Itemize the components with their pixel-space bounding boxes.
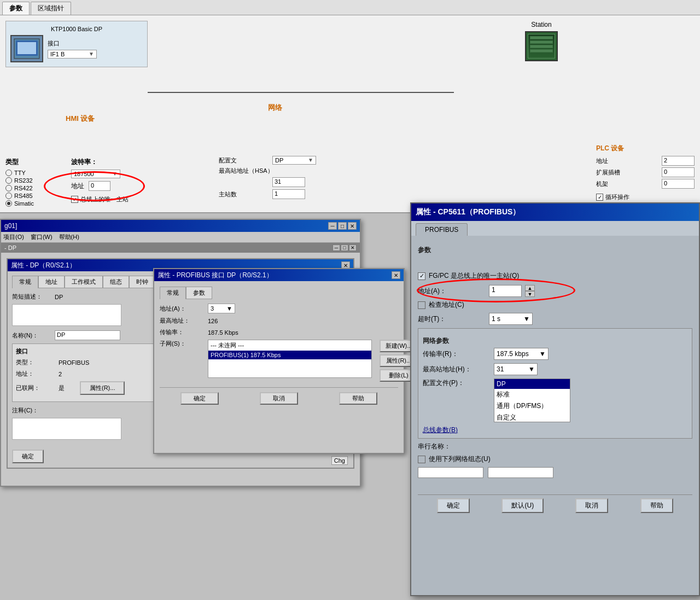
cp5611-default-button[interactable]: 默认(U) bbox=[501, 498, 544, 513]
dp-tab-workmode[interactable]: 工作模式 bbox=[65, 276, 103, 288]
dp-second-titlebar: - DP ─ □ ✕ bbox=[1, 243, 360, 253]
cp-addr-input[interactable]: 1 bbox=[489, 285, 522, 297]
cp5611-ok-button[interactable]: 确定 bbox=[437, 498, 470, 513]
plc-expand-label: 扩展插槽 bbox=[596, 168, 620, 177]
profibus-subnet-list[interactable]: --- 未连网 --- PROFIBUS(1) 187.5 Kbps bbox=[208, 340, 372, 378]
dp-tab-clock[interactable]: 时钟 bbox=[129, 276, 155, 288]
close-button[interactable]: ✕ bbox=[348, 222, 357, 230]
plc-addr-input[interactable]: 2 bbox=[662, 156, 695, 166]
cp-timeout-select[interactable]: 1 s ▼ bbox=[489, 313, 533, 325]
profibus-tab-params[interactable]: 参数 bbox=[186, 287, 212, 299]
profibus-ok-button[interactable]: 确定 bbox=[180, 392, 219, 405]
cp-timeout-label: 超时(T)： bbox=[418, 314, 489, 324]
profibus-subnet-label: 子网(S)： bbox=[160, 340, 203, 348]
cp-use-serial-row: 使用下列网络组态(U) bbox=[418, 455, 692, 464]
net-config-label: 配置文 bbox=[219, 156, 268, 165]
top-area: 参数 区域指针 KTP1000 Basic DP 接口 IF bbox=[0, 0, 700, 213]
profibus-tab-general[interactable]: 常规 bbox=[160, 287, 186, 299]
profibus-maxaddr-row: 最高地址： 126 bbox=[160, 317, 398, 325]
cp-params-title: 参数 bbox=[418, 246, 692, 255]
dp-tab-general[interactable]: 常规 bbox=[12, 276, 38, 288]
cp-timeout-row: 超时(T)： 1 s ▼ bbox=[418, 313, 692, 325]
baudrate-select[interactable]: 187500 ▼ bbox=[71, 170, 120, 178]
dialog-cp5611: 属性 - CP5611（PROFIBUS） PROFIBUS 参数 ✓ FG/P… bbox=[410, 202, 700, 596]
subnet-item-unconnected[interactable]: --- 未连网 --- bbox=[208, 340, 371, 351]
subnet-item-profibus[interactable]: PROFIBUS(1) 187.5 Kbps bbox=[208, 351, 371, 359]
cp-master-checkbox[interactable]: ✓ bbox=[418, 272, 425, 280]
s-close[interactable]: ✕ bbox=[349, 244, 357, 251]
tab-param[interactable]: 参数 bbox=[2, 2, 30, 15]
interface-select[interactable]: IF1 B ▼ bbox=[48, 50, 97, 59]
dp-name-label: 名称(N)： bbox=[12, 331, 50, 340]
minimize-button[interactable]: ─ bbox=[328, 222, 337, 230]
spinner-down-button[interactable]: ▼ bbox=[525, 291, 535, 297]
profibus-addr-select[interactable]: 3 ▼ bbox=[208, 304, 235, 313]
cp-net-params-title: 网络参数 bbox=[423, 336, 687, 346]
spinner-up-button[interactable]: ▲ bbox=[525, 285, 535, 291]
net-config-select[interactable]: DP ▼ bbox=[272, 156, 316, 165]
dp-name-input[interactable]: DP bbox=[55, 330, 120, 340]
dp-type-value: PROFIBUS bbox=[59, 359, 89, 366]
profibus-tabs: 常规 参数 bbox=[160, 287, 398, 299]
cp-use-serial-label: 使用下列网络组态(U) bbox=[429, 455, 491, 464]
config-item-custom[interactable]: 自定义 bbox=[494, 412, 570, 422]
profibus-baudrate-label: 传输率： bbox=[160, 328, 203, 336]
dp-properties-button[interactable]: 属性(R)... bbox=[80, 381, 125, 395]
plc-cycle-checkbox[interactable]: ✓ bbox=[596, 194, 603, 201]
s-minimize[interactable]: ─ bbox=[332, 244, 340, 251]
radio-simatic[interactable]: Simatic bbox=[5, 200, 60, 207]
profibus-addr-row: 地址(A)： 3 ▼ bbox=[160, 304, 398, 313]
dp-tab-config[interactable]: 组态 bbox=[103, 276, 129, 288]
only-master-checkbox[interactable]: ✓ bbox=[71, 196, 78, 203]
profibus-titlebar: 属性 - PROFIBUS 接口 DP（R0/S2.1） ✕ bbox=[154, 269, 404, 281]
menu-window[interactable]: 窗口(W) bbox=[31, 233, 52, 241]
menu-project[interactable]: 项目(O) bbox=[3, 233, 24, 241]
menu-help[interactable]: 帮助(H) bbox=[59, 233, 79, 241]
plc-expand-input[interactable]: 0 bbox=[662, 167, 695, 177]
cp-maxaddr-select[interactable]: 31 ▼ bbox=[494, 363, 538, 375]
cp5611-tab-profibus[interactable]: PROFIBUS bbox=[416, 223, 468, 236]
plc-rack-input[interactable]: 0 bbox=[662, 179, 695, 189]
radio-rs422-circle[interactable] bbox=[5, 185, 12, 191]
plc-station-box: Station bbox=[525, 21, 558, 61]
cp-addr-row: 地址(A)： 1 ▲ ▼ bbox=[418, 285, 692, 297]
type-radio-group: TTY RS232 RS422 RS485 bbox=[5, 170, 60, 207]
max-addr-input[interactable]: 31 bbox=[272, 177, 305, 187]
tab-region[interactable]: 区域指针 bbox=[31, 2, 71, 15]
radio-rs232[interactable]: RS232 bbox=[5, 177, 60, 184]
radio-rs485[interactable]: RS485 bbox=[5, 193, 60, 199]
cp5611-help-button[interactable]: 帮助 bbox=[640, 498, 673, 513]
baudrate-section: 波特率： 187500 ▼ 地址 0 ✓ 总线上的唯一主站 bbox=[71, 158, 137, 207]
config-item-general[interactable]: 通用（DP/FMS） bbox=[494, 400, 570, 412]
dp-tab-address[interactable]: 地址 bbox=[38, 276, 65, 288]
profibus-close-icon[interactable]: ✕ bbox=[392, 271, 400, 279]
s-restore[interactable]: □ bbox=[341, 244, 348, 251]
radio-simatic-circle[interactable] bbox=[5, 200, 12, 207]
cp-baudrate-select[interactable]: 187.5 kbps ▼ bbox=[494, 348, 549, 360]
cp-use-serial-checkbox[interactable] bbox=[418, 456, 425, 463]
cp-check-addr-checkbox[interactable] bbox=[418, 301, 425, 309]
max-addr-label: 最高站地址（HSA） bbox=[219, 167, 273, 175]
dp-comment-label: 注释(C)： bbox=[12, 406, 50, 415]
interface-select-box[interactable]: IF1 B ▼ bbox=[48, 50, 97, 59]
chevron-down-icon: ▼ bbox=[539, 350, 546, 358]
config-item-standard[interactable]: 标准 bbox=[494, 389, 570, 400]
cp5611-cancel-button[interactable]: 取消 bbox=[575, 498, 608, 513]
profibus-cancel-button[interactable]: 取消 bbox=[260, 392, 298, 405]
radio-rs485-circle[interactable] bbox=[5, 193, 12, 199]
master-count-input[interactable]: 1 bbox=[272, 189, 305, 199]
cp-master-label: FG/PC 是总线上的唯一主站(Q) bbox=[429, 271, 519, 281]
dp-ok-button[interactable]: 确定 bbox=[12, 450, 44, 463]
radio-tty[interactable]: TTY bbox=[5, 170, 60, 176]
cp5611-tabs: PROFIBUS bbox=[411, 221, 699, 236]
cp-config-dropdown[interactable]: DP 标准 通用（DP/FMS） 自定义 bbox=[494, 378, 570, 422]
profibus-help-button[interactable]: 帮助 bbox=[339, 392, 377, 405]
maximize-button[interactable]: □ bbox=[338, 222, 347, 230]
radio-rs422[interactable]: RS422 bbox=[5, 185, 60, 191]
radio-rs232-circle[interactable] bbox=[5, 177, 12, 184]
radio-tty-circle[interactable] bbox=[5, 170, 12, 176]
cp-baudrate-row: 传输率(R)： 187.5 kbps ▼ bbox=[423, 348, 687, 360]
config-item-dp[interactable]: DP bbox=[494, 379, 570, 389]
baudrate-addr-input[interactable]: 0 bbox=[89, 181, 110, 191]
bus-params-link[interactable]: 总线参数(B) bbox=[423, 426, 687, 435]
